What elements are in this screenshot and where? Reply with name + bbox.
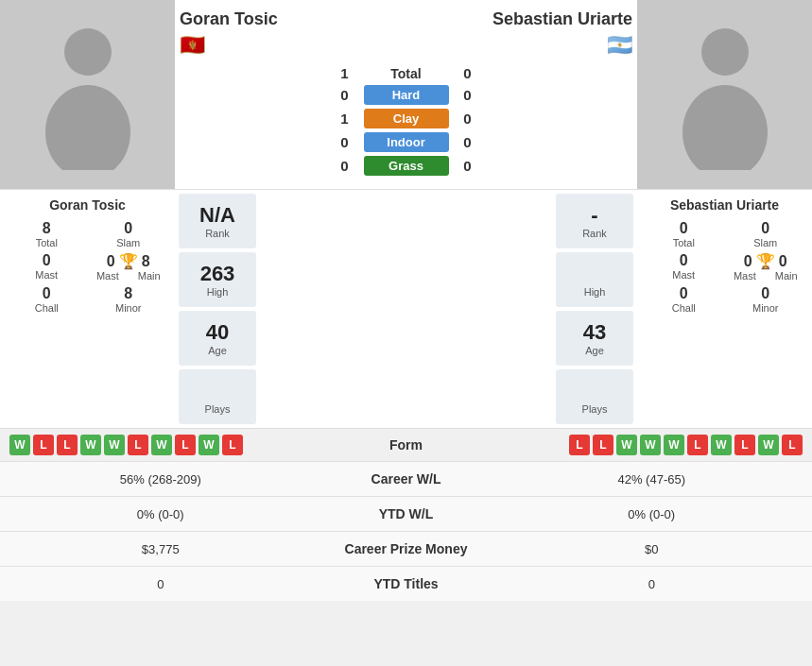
right-player-photo <box>637 0 812 189</box>
left-score-total: 1 <box>326 65 364 81</box>
right-high-box: High <box>556 252 633 307</box>
left-stat-minor: 8 Minor <box>92 285 166 314</box>
left-stat-mast: 0 Mast <box>9 252 84 282</box>
right-player-name: Sebastian Uriarte <box>492 9 632 29</box>
career-wl-label: Career W/L <box>312 471 501 487</box>
score-row-clay: 1 Clay 0 <box>180 109 632 128</box>
svg-point-2 <box>701 28 749 76</box>
left-stat-slam: 0 Slam <box>92 220 166 248</box>
left-player-info: Goran Tosic 8 Total 0 Slam 0 Mast 0 <box>0 190 175 428</box>
left-form-8: L <box>175 435 196 455</box>
left-high-box: 263 High <box>179 252 256 307</box>
left-ytd-wl: 0% (0-0) <box>9 507 312 521</box>
score-row-grass: 0 Grass 0 <box>180 156 632 176</box>
right-score-hard: 0 <box>449 87 487 103</box>
surface-indoor-badge: Indoor <box>364 132 449 152</box>
right-form-6: L <box>687 435 708 455</box>
right-form-9: W <box>758 435 779 455</box>
right-plays-box: Plays <box>556 369 633 424</box>
main-container: Goran Tosic Sebastian Uriarte 🇲🇪 🇦🇷 1 To… <box>0 0 812 601</box>
left-score-hard: 0 <box>326 87 364 103</box>
surface-grass-badge: Grass <box>364 156 449 176</box>
right-form-3: W <box>616 435 637 455</box>
career-wl-row: 56% (268-209) Career W/L 42% (47-65) <box>0 461 812 496</box>
left-stat-chall: 0 Chall <box>9 285 84 314</box>
svg-point-1 <box>45 85 130 170</box>
left-player-silhouette <box>31 19 145 170</box>
prize-row: $3,775 Career Prize Money $0 <box>0 531 812 566</box>
right-form-1: L <box>569 435 590 455</box>
left-ytd-titles: 0 <box>9 577 312 591</box>
score-row-hard: 0 Hard 0 <box>180 85 632 105</box>
right-form-8: L <box>734 435 755 455</box>
form-label: Form <box>350 437 463 453</box>
left-stat-total: 8 Total <box>9 220 84 248</box>
left-score-indoor: 0 <box>326 134 364 150</box>
left-trophy-icon: 🏆 <box>119 252 138 270</box>
right-player-label: Sebastian Uriarte <box>647 197 803 213</box>
ytd-wl-label: YTD W/L <box>312 506 501 521</box>
score-row-indoor: 0 Indoor 0 <box>180 132 632 152</box>
left-form-7: W <box>151 435 172 455</box>
form-section: W L L W W L W L W L Form L L W W W L W L… <box>0 428 812 461</box>
left-prize: $3,775 <box>9 542 312 556</box>
right-rank-box: - Rank <box>556 194 633 248</box>
left-plays-box: Plays <box>179 369 256 424</box>
left-stat-main-val2: 8 <box>142 253 150 270</box>
right-form-10: L <box>782 435 803 455</box>
left-form-4: W <box>80 435 101 455</box>
left-player-photo <box>0 0 175 189</box>
ytd-titles-label: YTD Titles <box>312 576 501 591</box>
surface-clay-badge: Clay <box>364 109 449 128</box>
left-player-label: Goran Tosic <box>9 197 165 213</box>
right-stat-total: 0 Total <box>647 220 721 248</box>
score-row-total: 1 Total 0 <box>180 65 632 81</box>
left-player-name: Goran Tosic <box>180 9 278 29</box>
left-form-1: W <box>9 435 30 455</box>
left-score-clay: 1 <box>326 111 364 127</box>
left-form-6: L <box>128 435 148 455</box>
middle-row: Goran Tosic 8 Total 0 Slam 0 Mast 0 <box>0 189 812 428</box>
right-form-4: W <box>640 435 661 455</box>
left-form-9: W <box>199 435 219 455</box>
left-form-3: L <box>57 435 78 455</box>
right-trophy-icon: 🏆 <box>756 252 775 270</box>
right-form-badges: L L W W W L W L W L <box>463 435 803 455</box>
left-trophy-main: 0 🏆 8 Mast Main <box>92 252 166 282</box>
left-age-box: 40 Age <box>179 311 256 366</box>
right-form-2: L <box>593 435 613 455</box>
surface-hard-badge: Hard <box>364 85 449 105</box>
left-flag: 🇲🇪 <box>180 33 205 58</box>
right-ytd-wl: 0% (0-0) <box>501 507 803 521</box>
surface-total-label: Total <box>364 66 449 81</box>
ytd-titles-row: 0 YTD Titles 0 <box>0 566 812 601</box>
right-ytd-titles: 0 <box>501 577 803 591</box>
left-stat-boxes: N/A Rank 263 High 40 Age Plays <box>175 190 260 428</box>
right-score-total: 0 <box>449 65 487 81</box>
right-age-box: 43 Age <box>556 311 633 366</box>
right-stat-boxes: - Rank High 43 Age Plays <box>552 190 637 428</box>
left-score-grass: 0 <box>326 158 364 174</box>
right-career-wl: 42% (47-65) <box>501 472 803 487</box>
ytd-wl-row: 0% (0-0) YTD W/L 0% (0-0) <box>0 496 812 531</box>
left-rank-box: N/A Rank <box>179 194 256 248</box>
center-top: Goran Tosic Sebastian Uriarte 🇲🇪 🇦🇷 1 To… <box>175 0 637 189</box>
left-form-10: L <box>222 435 243 455</box>
left-form-5: W <box>104 435 125 455</box>
right-prize: $0 <box>501 542 803 556</box>
right-flag: 🇦🇷 <box>607 33 632 58</box>
right-score-clay: 0 <box>449 111 487 127</box>
right-stat-mast: 0 Mast <box>647 252 721 282</box>
right-stat-minor: 0 Minor <box>729 285 803 314</box>
svg-point-3 <box>682 85 768 170</box>
right-stat-chall: 0 Chall <box>647 285 721 314</box>
right-stat-slam: 0 Slam <box>729 220 803 248</box>
center-gap <box>260 190 552 428</box>
right-score-grass: 0 <box>449 158 487 174</box>
right-score-indoor: 0 <box>449 134 487 150</box>
right-form-5: W <box>664 435 684 455</box>
prize-label: Career Prize Money <box>312 541 501 556</box>
left-stat-main-val: 0 <box>107 253 115 270</box>
right-player-info: Sebastian Uriarte 0 Total 0 Slam 0 Mast … <box>637 190 812 428</box>
right-trophy-main: 0 🏆 0 Mast Main <box>729 252 803 282</box>
